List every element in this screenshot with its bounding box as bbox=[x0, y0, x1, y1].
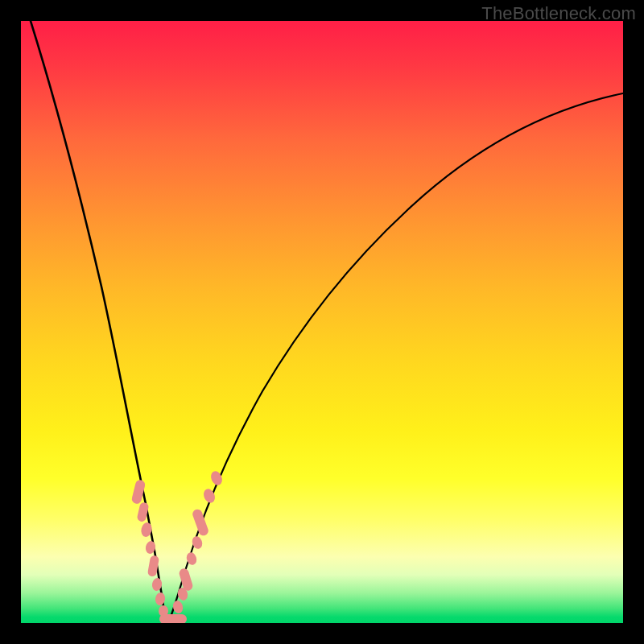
chart-svg bbox=[21, 21, 623, 623]
watermark-text: TheBottleneck.com bbox=[481, 3, 636, 24]
bottleneck-curve-right bbox=[167, 93, 623, 623]
marker-layer bbox=[131, 469, 225, 623]
svg-point-9 bbox=[171, 600, 184, 614]
svg-rect-8 bbox=[159, 614, 187, 623]
svg-rect-1 bbox=[136, 502, 149, 522]
chart-frame: TheBottleneck.com bbox=[0, 0, 644, 644]
svg-point-6 bbox=[155, 592, 166, 606]
curve-layer bbox=[31, 21, 623, 623]
plot-area bbox=[21, 21, 623, 623]
svg-rect-14 bbox=[192, 508, 210, 537]
